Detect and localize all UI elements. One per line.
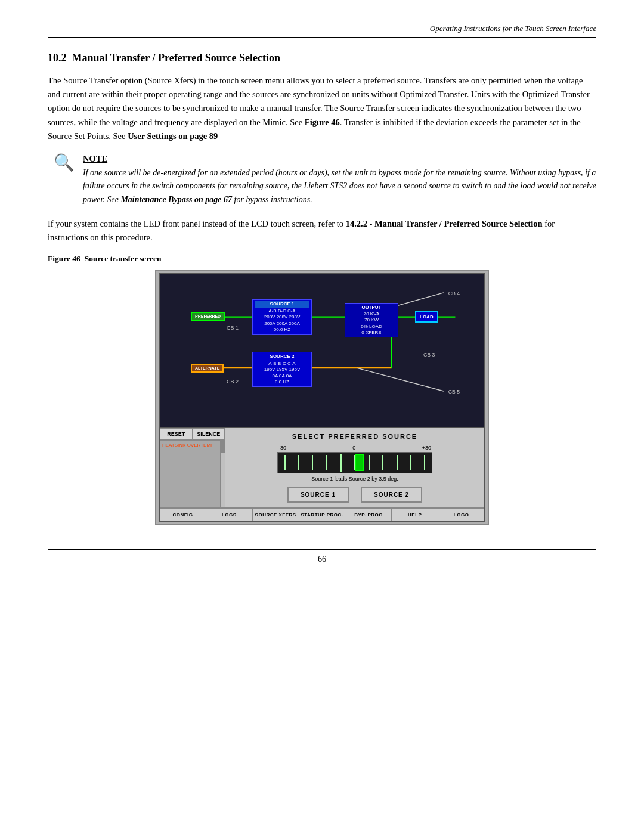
sync-tick-10 bbox=[424, 455, 425, 470]
nav-config[interactable]: CONFIG bbox=[160, 509, 206, 521]
alarm-scroll-thumb bbox=[221, 441, 225, 453]
mimic-svg: CB 4 CB 5 CB 3 bbox=[160, 274, 484, 427]
source2-select-button[interactable]: SOURCE 2 bbox=[361, 487, 422, 503]
load-box: LOAD bbox=[415, 311, 438, 323]
reset-silence-buttons: RESET SILENCE bbox=[160, 428, 225, 441]
output-kw: 70 KW bbox=[348, 317, 395, 323]
source1-label: SOURCE 1 bbox=[255, 301, 309, 307]
screen-outer: CB 4 CB 5 CB 3 bbox=[155, 270, 489, 525]
nav-bar: CONFIG LOGS SOURCE XFERS STARTUP PROC. B… bbox=[160, 508, 484, 521]
select-preferred-area: SELECT PREFERRED SOURCE -30 0 +30 bbox=[225, 428, 484, 507]
figure-caption: Figure 46 Source transfer screen bbox=[48, 254, 596, 264]
alarm-scrollbar[interactable] bbox=[220, 441, 225, 507]
sync-tick-4 bbox=[326, 455, 327, 470]
alternate-box: ALTERNATE bbox=[191, 364, 224, 373]
page-header: Operating Instructions for the Touch Scr… bbox=[48, 24, 596, 38]
sync-label: Source 1 leads Source 2 by 3.5 deg. bbox=[311, 476, 398, 482]
cb1-label: CB 1 bbox=[227, 325, 239, 331]
nav-startup-proc[interactable]: STARTUP PROC. bbox=[299, 509, 346, 521]
nav-logs[interactable]: LOGS bbox=[206, 509, 253, 521]
source1-v: 208V 208V 208V bbox=[255, 314, 309, 320]
nav-help[interactable]: HELP bbox=[392, 509, 438, 521]
select-title: SELECT PREFERRED SOURCE bbox=[292, 433, 417, 440]
nav-logo[interactable]: LOGO bbox=[438, 509, 484, 521]
output-box: OUTPUT 70 KVA 70 KW 0% LOAD 0 XFERS bbox=[345, 303, 398, 337]
cb2-label: CB 2 bbox=[227, 379, 239, 385]
svg-text:CB 4: CB 4 bbox=[448, 290, 460, 296]
sync-scale-left: -30 bbox=[278, 445, 286, 451]
section-heading: 10.2 Manual Transfer / Preferred Source … bbox=[48, 52, 596, 64]
sync-bar bbox=[277, 452, 432, 473]
source2-label: SOURCE 2 bbox=[255, 354, 309, 360]
source2-a: 0A 0A 0A bbox=[255, 373, 309, 379]
sync-scale-center: 0 bbox=[352, 445, 355, 451]
screen-bottom: RESET SILENCE HEATSINK OVERTEMP SELECT bbox=[159, 428, 485, 522]
silence-button[interactable]: SILENCE bbox=[193, 428, 225, 440]
alarm-text: HEATSINK OVERTEMP bbox=[162, 442, 222, 448]
nav-source-xfers[interactable]: SOURCE XFERS bbox=[253, 509, 299, 521]
page-footer: 66 bbox=[48, 549, 596, 564]
header-title: Operating Instructions for the Touch Scr… bbox=[430, 24, 596, 33]
reset-silence-area: RESET SILENCE HEATSINK OVERTEMP bbox=[160, 428, 225, 507]
sync-tick-8 bbox=[397, 455, 398, 470]
preferred-box: PREFERRED bbox=[191, 312, 225, 321]
svg-text:CB 3: CB 3 bbox=[423, 352, 435, 358]
note-box: 🔍 NOTE If one source will be de-energize… bbox=[48, 154, 596, 206]
body-paragraph-2: If your system contains the LED front pa… bbox=[48, 217, 596, 244]
source2-box: SOURCE 2 A-B B-C C-A 195V 195V 195V 0A 0… bbox=[252, 352, 312, 387]
sync-meter: -30 0 +30 bbox=[277, 445, 432, 473]
output-label: OUTPUT bbox=[348, 305, 395, 311]
figure-title: Source transfer screen bbox=[85, 254, 162, 263]
body-paragraph-1: The Source Transfer option (Source Xfers… bbox=[48, 74, 596, 143]
sync-tick-1 bbox=[284, 455, 286, 470]
note-content: NOTE If one source will be de-energized … bbox=[83, 154, 596, 206]
output-xfers: 0 XFERS bbox=[348, 330, 395, 336]
source1-box: SOURCE 1 A-B B-C C-A 208V 208V 208V 200A… bbox=[252, 299, 312, 335]
output-kva: 70 KVA bbox=[348, 311, 395, 317]
mimic-display: CB 4 CB 5 CB 3 bbox=[159, 273, 485, 428]
source1-select-button[interactable]: SOURCE 1 bbox=[287, 487, 349, 503]
figure-number: Figure 46 bbox=[48, 254, 85, 263]
svg-text:CB 5: CB 5 bbox=[448, 389, 460, 395]
mimic-area: CB 4 CB 5 CB 3 bbox=[160, 274, 484, 427]
source2-v: 195V 195V 195V bbox=[255, 367, 309, 373]
source1-hz: 60.0 HZ bbox=[255, 327, 309, 333]
sync-scale: -30 0 +30 bbox=[277, 445, 432, 451]
section-number: 10.2 bbox=[48, 52, 67, 64]
sync-indicator bbox=[355, 454, 364, 471]
section-title: Manual Transfer / Preferred Source Selec… bbox=[72, 52, 280, 64]
sync-tick-center bbox=[340, 454, 342, 472]
sync-tick-2 bbox=[298, 455, 299, 470]
note-text: If one source will be de-energized for a… bbox=[83, 166, 596, 206]
alarm-list: HEATSINK OVERTEMP bbox=[160, 441, 225, 507]
source1-a: 200A 200A 200A bbox=[255, 321, 309, 327]
source1-voltages: A-B B-C C-A bbox=[255, 308, 309, 314]
sync-ticks bbox=[278, 453, 432, 473]
page-number: 66 bbox=[318, 555, 326, 563]
sync-tick-3 bbox=[312, 455, 313, 470]
output-load: 0% LOAD bbox=[348, 324, 395, 330]
nav-byp-proc[interactable]: BYP. PROC bbox=[345, 509, 392, 521]
bottom-main-row: RESET SILENCE HEATSINK OVERTEMP SELECT bbox=[160, 428, 484, 508]
sync-tick-7 bbox=[382, 455, 383, 470]
page-container: Operating Instructions for the Touch Scr… bbox=[0, 0, 644, 833]
note-icon: 🔍 bbox=[54, 153, 75, 172]
reset-button[interactable]: RESET bbox=[160, 428, 193, 440]
sync-tick-9 bbox=[410, 455, 411, 470]
source2-voltages: A-B B-C C-A bbox=[255, 361, 309, 367]
screen-wrapper: CB 4 CB 5 CB 3 bbox=[48, 270, 596, 525]
svg-line-12 bbox=[357, 368, 444, 392]
sync-tick-6 bbox=[369, 455, 370, 470]
sync-scale-right: +30 bbox=[422, 445, 431, 451]
source2-hz: 0.0 HZ bbox=[255, 379, 309, 385]
source-buttons: SOURCE 1 SOURCE 2 bbox=[287, 487, 422, 503]
note-title: NOTE bbox=[83, 154, 596, 164]
